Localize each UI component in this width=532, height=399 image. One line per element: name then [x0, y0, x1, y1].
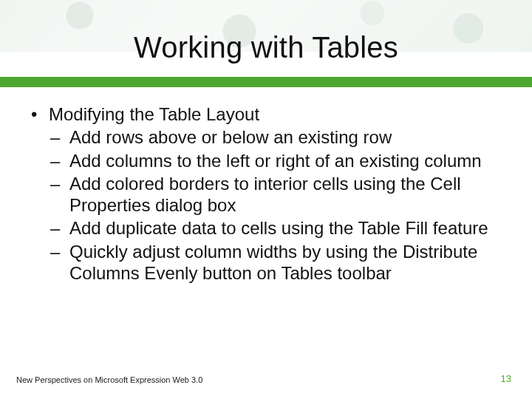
- sub-bullet: Add duplicate data to cells using the Ta…: [49, 217, 510, 239]
- slide-number: 13: [501, 373, 511, 384]
- sub-bullet-text: Quickly adjust column widths by using th…: [69, 242, 477, 283]
- sub-bullet-text: Add colored borders to interior cells us…: [69, 174, 461, 215]
- footer-left-text: New Perspectives on Microsoft Expression…: [16, 375, 202, 384]
- sub-bullet-text: Add columns to the left or right of an e…: [69, 151, 482, 171]
- sub-bullet: Add columns to the left or right of an e…: [49, 150, 510, 171]
- bullet-main-text: Modifying the Table Layout: [49, 104, 259, 124]
- bullet-list-level2: Add rows above or below an existing row …: [49, 126, 510, 284]
- sub-bullet-text: Add rows above or below an existing row: [69, 127, 392, 147]
- sub-bullet: Quickly adjust column widths by using th…: [49, 241, 510, 284]
- bullet-main: Modifying the Table Layout Add rows abov…: [28, 103, 510, 284]
- content-area: Modifying the Table Layout Add rows abov…: [28, 103, 510, 285]
- sub-bullet-text: Add duplicate data to cells using the Ta…: [69, 218, 488, 238]
- bullet-list-level1: Modifying the Table Layout Add rows abov…: [28, 103, 510, 284]
- accent-divider: [0, 77, 532, 87]
- sub-bullet: Add rows above or below an existing row: [49, 126, 510, 148]
- sub-bullet: Add colored borders to interior cells us…: [49, 173, 510, 216]
- slide-title: Working with Tables: [0, 31, 532, 64]
- slide: Working with Tables Modifying the Table …: [0, 0, 532, 399]
